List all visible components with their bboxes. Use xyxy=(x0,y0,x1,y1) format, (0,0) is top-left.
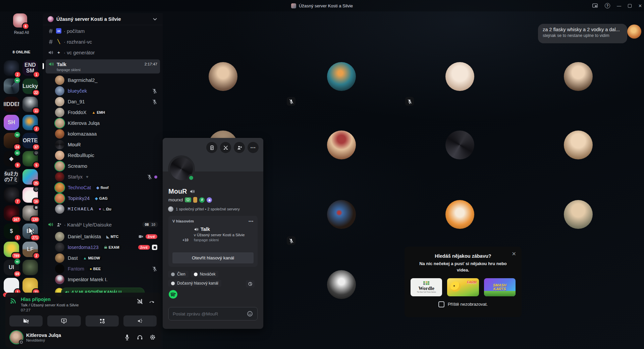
server-icon[interactable]: 167 xyxy=(4,205,19,221)
server-icon[interactable]: 25 xyxy=(22,169,38,185)
voice-channel-link[interactable]: Talk xyxy=(194,227,245,232)
voice-member-row[interactable]: TechnoCat ◆floof xyxy=(53,182,159,193)
open-voice-channel-button[interactable]: Otevřít hlasový kanál xyxy=(172,252,254,263)
voice-member-row[interactable]: FroddoX ▲EMH xyxy=(53,107,159,118)
server-icon[interactable]: HIDDEN xyxy=(4,97,19,112)
dont-show-checkbox[interactable] xyxy=(438,301,444,307)
server-icon[interactable]: VORTEX 37 xyxy=(22,133,38,148)
voice-member-row[interactable]: Daniel_tankista ◣MTC ŽIVÉ xyxy=(53,231,159,242)
server-icon[interactable] xyxy=(22,260,38,275)
maximize-button[interactable] xyxy=(628,4,632,8)
voice-member-row[interactable]: MICHAELA ♥∟Ωʊ xyxy=(53,204,159,214)
mic-icon[interactable] xyxy=(124,334,130,341)
user-avatar[interactable] xyxy=(10,331,23,344)
role-chip[interactable]: Nováček xyxy=(191,271,219,278)
voice-status[interactable]: Hlas připojen xyxy=(21,297,79,302)
participant-tile[interactable] xyxy=(520,181,636,248)
voice-member-row[interactable]: Dast ▲MEOW xyxy=(53,253,159,263)
server-icon[interactable]: SH xyxy=(4,115,19,130)
server-icon[interactable] xyxy=(4,79,19,94)
close-icon[interactable]: ✕ xyxy=(512,251,516,257)
game-card-farm[interactable]: FARM xyxy=(447,278,479,296)
close-button[interactable]: ✕ xyxy=(638,3,642,8)
dont-show-label[interactable]: Příště nezobrazovat. xyxy=(448,302,488,307)
voice-member-row[interactable]: blueyček xyxy=(53,86,159,96)
role-chip[interactable]: Člen xyxy=(168,271,189,278)
settings-gear-icon[interactable] xyxy=(149,334,156,341)
card-menu-button[interactable]: ••• xyxy=(249,219,254,223)
voice-member-row[interactable]: Fantom ●BEE xyxy=(53,263,159,274)
participant-tile[interactable] xyxy=(283,181,399,248)
server-icon[interactable]: UI 69 xyxy=(4,260,19,275)
spotify-icon[interactable] xyxy=(168,290,178,299)
channel-row[interactable]: 34 · počítam xyxy=(46,26,160,36)
participant-tile[interactable] xyxy=(520,44,636,109)
voice-member-row[interactable]: MouR xyxy=(53,139,159,150)
screen-share-button[interactable] xyxy=(47,315,80,327)
picture-in-picture-icon[interactable] xyxy=(592,3,598,9)
emoji-picker-icon[interactable] xyxy=(247,310,253,317)
server-icon[interactable]: 11 xyxy=(22,97,38,112)
activities-button[interactable] xyxy=(86,315,119,327)
mutual-info[interactable]: 1 společný přítel • 2 společné servery xyxy=(168,206,240,212)
channel-row[interactable]: ＋ · vc generátor xyxy=(46,47,160,57)
voice-channel-talk[interactable]: Talk 2:17:47 fanpage skleni xyxy=(46,59,160,73)
server-icon[interactable]: 5 xyxy=(22,151,38,166)
server-icon[interactable]: ◆ 9 xyxy=(4,151,19,166)
headphones-icon[interactable] xyxy=(137,334,143,341)
server-icon[interactable]: 2 xyxy=(4,60,19,76)
message-toast[interactable]: za 2 flasky whisky a 2 vodky a dal... st… xyxy=(538,24,627,43)
server-icon[interactable]: 1 NOVÉ xyxy=(4,278,19,293)
message-input[interactable]: Poslat zprávu @MouR xyxy=(168,307,258,320)
help-icon[interactable]: ? xyxy=(605,3,610,8)
game-card-wordle[interactable]: Wordle The New York Times Games xyxy=(411,278,442,296)
voice-member-row[interactable]: Imperátor Marek I. xyxy=(53,274,159,285)
server-icon[interactable]: $ 1 xyxy=(4,223,19,239)
participant-tile[interactable] xyxy=(283,251,399,318)
server-icon[interactable]: 789 xyxy=(4,242,19,257)
game-card-smash-karts[interactable]: SMASHKARTS xyxy=(484,278,516,296)
server-icon[interactable]: 24 xyxy=(4,133,19,148)
server-icon[interactable]: 2 xyxy=(22,115,38,130)
chevron-down-icon[interactable] xyxy=(152,16,158,22)
server-icon[interactable]: 130 xyxy=(22,205,38,221)
server-icon[interactable]: LF 2 xyxy=(22,242,38,257)
server-icon[interactable]: 7 xyxy=(4,187,19,203)
camera-toggle-button[interactable] xyxy=(9,315,43,327)
channel-row[interactable]: ╲ · rozhraní-vc xyxy=(46,37,160,47)
participant-tile[interactable] xyxy=(283,44,399,109)
noise-suppression-icon[interactable] xyxy=(137,298,143,305)
soundboard-button[interactable] xyxy=(123,315,157,327)
voice-member-row[interactable]: Screamo xyxy=(53,161,159,171)
note-button[interactable] xyxy=(206,142,217,153)
voice-member-row[interactable]: Bagrmichal2_ xyxy=(53,75,159,86)
role-chip[interactable]: Dočasný hlasový kanál xyxy=(168,280,221,287)
voice-member-row[interactable]: Starlyx ♥ xyxy=(53,171,159,182)
more-options-button[interactable]: ⋯ xyxy=(248,142,259,153)
server-header[interactable]: Úžasný server Kosti a Silvie xyxy=(43,13,163,25)
participant-tile[interactable] xyxy=(165,44,281,109)
read-all-button[interactable]: Read All xyxy=(0,30,43,35)
participant-tile[interactable] xyxy=(283,111,399,178)
participant-tile[interactable] xyxy=(402,44,518,109)
server-icon[interactable]: šužカの7ミ xyxy=(4,169,19,185)
participant-tile[interactable] xyxy=(402,111,518,178)
dm-avatar[interactable]: 6 xyxy=(13,13,27,28)
minimize-button[interactable]: — xyxy=(617,3,621,8)
participant-tile[interactable] xyxy=(402,181,518,248)
voice-member-row[interactable]: kolomazaaaa xyxy=(53,129,159,139)
voice-member-row[interactable]: loserdoma123 ☠EXAM ŽIVÉ xyxy=(53,242,159,253)
voice-member-row[interactable]: Dan_91 xyxy=(53,96,159,107)
voice-member-row[interactable]: Topinky24 ◆GAG xyxy=(53,193,159,204)
server-icon[interactable]: Lucky 22 xyxy=(22,79,38,94)
participant-tile[interactable] xyxy=(520,111,636,178)
server-icon[interactable]: END SM 1 xyxy=(22,60,38,76)
add-friend-button[interactable] xyxy=(234,142,245,153)
voice-member-row[interactable]: Kitlerova Julqa xyxy=(53,118,159,129)
voice-channel-lyle-daisuke[interactable]: · Kanál³ Lyle/Daisuke 08 10 xyxy=(46,219,160,230)
add-role-icon[interactable] xyxy=(246,280,255,288)
disconnect-call-icon[interactable] xyxy=(149,298,155,305)
voice-member-row[interactable]: Redbulllupic xyxy=(53,150,159,161)
server-icon[interactable]: 11 xyxy=(22,278,38,293)
crossed-swords-icon[interactable] xyxy=(220,142,231,153)
